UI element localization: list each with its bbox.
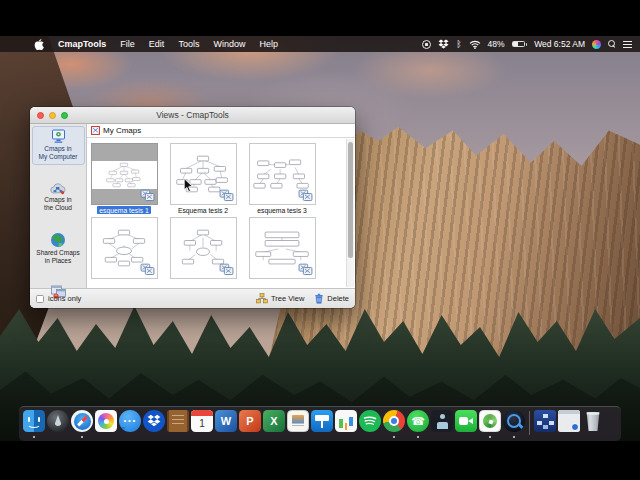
battery-icon[interactable] xyxy=(512,41,528,48)
letterbox-top xyxy=(0,0,640,36)
running-indicator xyxy=(81,436,83,438)
safari-icon xyxy=(71,410,93,432)
dock-item-numbers[interactable] xyxy=(335,410,357,440)
cmap-thumbnail-6[interactable] xyxy=(249,217,316,279)
running-indicator xyxy=(489,436,491,438)
dock-item-calendar[interactable]: 1 xyxy=(191,410,213,440)
minimized-window-icon xyxy=(558,410,580,432)
tree-view-label: Tree View xyxy=(271,294,304,303)
cmaptools-icon xyxy=(479,410,501,432)
dock-item-kindle[interactable] xyxy=(431,410,453,440)
dock-item-excel[interactable]: X xyxy=(263,410,285,440)
dock-item-chrome[interactable] xyxy=(383,410,405,440)
cloud-icon xyxy=(49,182,67,195)
dock-item-dropbox[interactable] xyxy=(143,410,165,440)
sidebar-item-cmaps-in-my-computer[interactable]: Cmaps in My Computer xyxy=(32,126,85,165)
menu-bar: CmapTools File Edit Tools Window Help ᛒ … xyxy=(0,36,640,52)
menu-file[interactable]: File xyxy=(120,39,135,49)
cmap-item-2[interactable]: Esquema tesis 2 xyxy=(169,143,237,214)
cmap-thumbnail-4[interactable] xyxy=(91,217,158,279)
whatsapp-icon xyxy=(407,410,429,432)
menu-edit[interactable]: Edit xyxy=(149,39,165,49)
cmap-label[interactable]: esquema tesis 3 xyxy=(255,206,309,214)
notification-center-icon[interactable] xyxy=(623,41,632,48)
dock-item-spotify[interactable] xyxy=(359,410,381,440)
sidebar-item-shared-cmaps-in-places[interactable]: Shared Cmaps in Places xyxy=(32,229,85,269)
running-indicator xyxy=(33,436,35,438)
dock-item-cmaptools[interactable] xyxy=(479,410,501,440)
dock-item-quicktime[interactable] xyxy=(503,410,525,440)
dock-item-whatsapp[interactable] xyxy=(407,410,429,440)
finder-icon xyxy=(23,410,45,432)
powerpoint-letter: P xyxy=(239,410,261,432)
wifi-icon[interactable] xyxy=(469,40,481,49)
vertical-scrollbar[interactable] xyxy=(346,139,354,287)
cmap-item-6[interactable] xyxy=(248,217,316,279)
word-letter: W xyxy=(215,410,237,432)
dock-item-messages[interactable] xyxy=(119,410,141,440)
dock-item-launchpad[interactable] xyxy=(47,410,69,440)
mouse-cursor xyxy=(183,178,194,193)
cmap-thumbnail-5[interactable] xyxy=(170,217,237,279)
kindle-icon xyxy=(431,410,453,432)
dropbox-status-icon[interactable] xyxy=(438,39,449,49)
cmap-item-1[interactable]: esquema tesis 1 xyxy=(90,143,158,214)
menu-window[interactable]: Window xyxy=(213,39,245,49)
dock-item-cmaptools-views[interactable] xyxy=(534,410,556,440)
cmaptools-views-window: Views - CmapTools Cmaps in My Computer C… xyxy=(30,107,355,308)
tree-view-button[interactable]: Tree View xyxy=(256,293,304,304)
cmap-thumbnail-3[interactable] xyxy=(249,143,316,205)
cmap-file-badge-icon xyxy=(298,189,313,202)
window-titlebar[interactable]: Views - CmapTools xyxy=(30,107,355,124)
dock-item-minimized-window[interactable] xyxy=(558,410,580,440)
dock-item-word[interactable]: W xyxy=(215,410,237,440)
menu-clock[interactable]: Wed 6:52 AM xyxy=(534,39,585,49)
sidebar-item-cmaps-in-the-cloud[interactable]: Cmaps in the Cloud xyxy=(32,179,85,216)
menu-help[interactable]: Help xyxy=(259,39,278,49)
sidebar-item-label: Cmaps in the Cloud xyxy=(44,196,72,212)
computer-icon xyxy=(50,129,67,144)
spotify-icon xyxy=(359,410,381,432)
cmap-item-4[interactable] xyxy=(90,217,158,279)
dock-item-safari[interactable] xyxy=(71,410,93,440)
cmap-label[interactable]: Esquema tesis 2 xyxy=(176,206,230,214)
dock-item-trash[interactable] xyxy=(582,410,604,440)
quicktime-icon xyxy=(503,410,525,432)
preview-document-icon xyxy=(287,410,309,432)
keynote-icon xyxy=(311,410,333,432)
cmap-label[interactable]: esquema tesis 1 xyxy=(97,206,151,214)
icons-only-checkbox[interactable] xyxy=(36,295,44,303)
cmap-item-3[interactable]: esquema tesis 3 xyxy=(248,143,316,214)
menu-app-name[interactable]: CmapTools xyxy=(58,39,106,49)
cmap-thumbnail-2[interactable] xyxy=(170,143,237,205)
spotlight-search-icon[interactable] xyxy=(608,40,616,48)
bluetooth-icon[interactable]: ᛒ xyxy=(456,40,461,49)
dock-item-contacts[interactable] xyxy=(167,410,189,440)
folder-title: My Cmaps xyxy=(103,126,141,135)
battery-percent: 48% xyxy=(488,39,505,49)
apple-menu-icon[interactable] xyxy=(34,39,44,50)
cmap-thumbnail-1[interactable] xyxy=(91,143,158,205)
letterbox-bottom xyxy=(0,441,640,480)
dock-item-keynote[interactable] xyxy=(311,410,333,440)
cmap-item-5[interactable] xyxy=(169,217,237,279)
photos-icon xyxy=(95,410,117,432)
icons-only-label: icons only xyxy=(48,294,81,303)
scrollbar-thumb[interactable] xyxy=(348,142,353,258)
dock-item-finder[interactable] xyxy=(23,410,45,440)
menu-tools[interactable]: Tools xyxy=(178,39,199,49)
window-title: Views - CmapTools xyxy=(30,110,355,120)
dock-item-preview[interactable] xyxy=(287,410,309,440)
running-indicator xyxy=(513,436,515,438)
dock-item-photos[interactable] xyxy=(95,410,117,440)
dock-item-facetime[interactable] xyxy=(455,410,477,440)
cmap-file-badge-icon xyxy=(140,263,155,276)
dock-item-powerpoint[interactable]: P xyxy=(239,410,261,440)
screen-recording-stop-icon[interactable] xyxy=(422,40,431,49)
delete-button[interactable]: Delete xyxy=(314,293,349,304)
siri-icon[interactable] xyxy=(592,40,601,49)
tree-view-icon xyxy=(256,293,268,304)
globe-icon xyxy=(50,232,66,248)
dock: 1 W P X xyxy=(19,406,621,441)
cmap-file-badge-icon xyxy=(219,189,234,202)
